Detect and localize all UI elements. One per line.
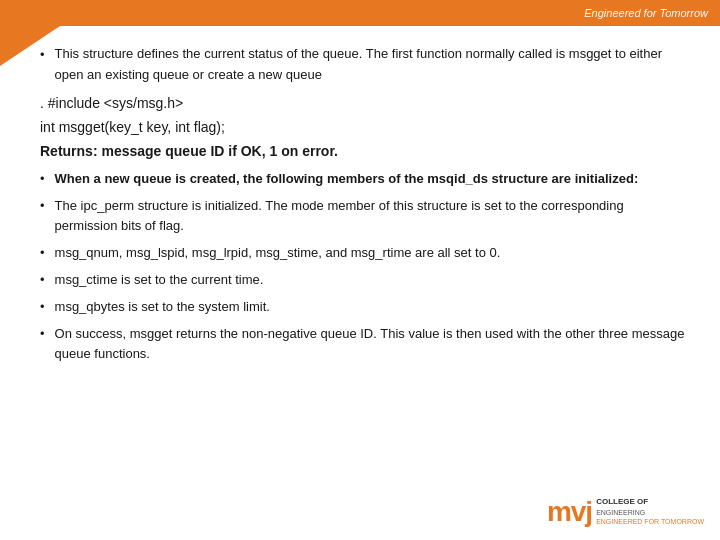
code-line-3: Returns: message queue ID if OK, 1 on er… [40, 140, 690, 162]
list-item-1-bold: When a new queue is created, the followi… [55, 171, 639, 186]
list-item-3-text: msg_qnum, msg_lspid, msg_lrpid, msg_stim… [55, 243, 501, 264]
bullet-dot-2: • [40, 169, 45, 190]
logo-letters: mvj [547, 498, 592, 526]
mvj-logo: mvj COLLEGE OF ENGINEERING Engineered fo… [547, 497, 704, 526]
code-block: . #include <sys/msg.h> int msgget(key_t … [40, 92, 690, 163]
list-item-3: • msg_qnum, msg_lspid, msg_lrpid, msg_st… [40, 243, 690, 264]
logo-area: mvj COLLEGE OF ENGINEERING Engineered fo… [547, 497, 704, 526]
bullet-dot-3: • [40, 196, 45, 217]
bullet-dot-6: • [40, 297, 45, 318]
list-item-1: • When a new queue is created, the follo… [40, 169, 690, 190]
bullet-dot-7: • [40, 324, 45, 345]
list-item-4-text: msg_ctime is set to the current time. [55, 270, 264, 291]
main-content: • This structure defines the current sta… [0, 26, 720, 389]
code-line-2: int msgget(key_t key, int flag); [40, 116, 690, 138]
top-bar: Engineered for Tomorrow [0, 0, 720, 26]
bullet-dot-5: • [40, 270, 45, 291]
code-line-1: . #include <sys/msg.h> [40, 92, 690, 114]
list-item-6-text: On success, msgget returns the non-negat… [55, 324, 690, 366]
list-item-4: • msg_ctime is set to the current time. [40, 270, 690, 291]
bullet-list: • When a new queue is created, the follo… [40, 169, 690, 365]
intro-bullet-item: • This structure defines the current sta… [40, 44, 690, 86]
list-item-5-text: msg_qbytes is set to the system limit. [55, 297, 270, 318]
list-item-2-text: The ipc_perm structure is initialized. T… [55, 196, 690, 238]
list-item-1-text: When a new queue is created, the followi… [55, 169, 639, 190]
logo-college-text: COLLEGE OF [596, 497, 704, 507]
list-item-5: • msg_qbytes is set to the system limit. [40, 297, 690, 318]
list-item-6: • On success, msgget returns the non-neg… [40, 324, 690, 366]
left-notch-decoration [0, 26, 60, 66]
logo-text-block: COLLEGE OF ENGINEERING Engineered for To… [596, 497, 704, 526]
logo-tagline-small: Engineered for Tomorrow [596, 517, 704, 526]
bullet-dot-4: • [40, 243, 45, 264]
list-item-2: • The ipc_perm structure is initialized.… [40, 196, 690, 238]
intro-text: This structure defines the current statu… [55, 44, 690, 86]
logo-engineering-text: ENGINEERING [596, 508, 704, 517]
tagline: Engineered for Tomorrow [584, 7, 708, 19]
